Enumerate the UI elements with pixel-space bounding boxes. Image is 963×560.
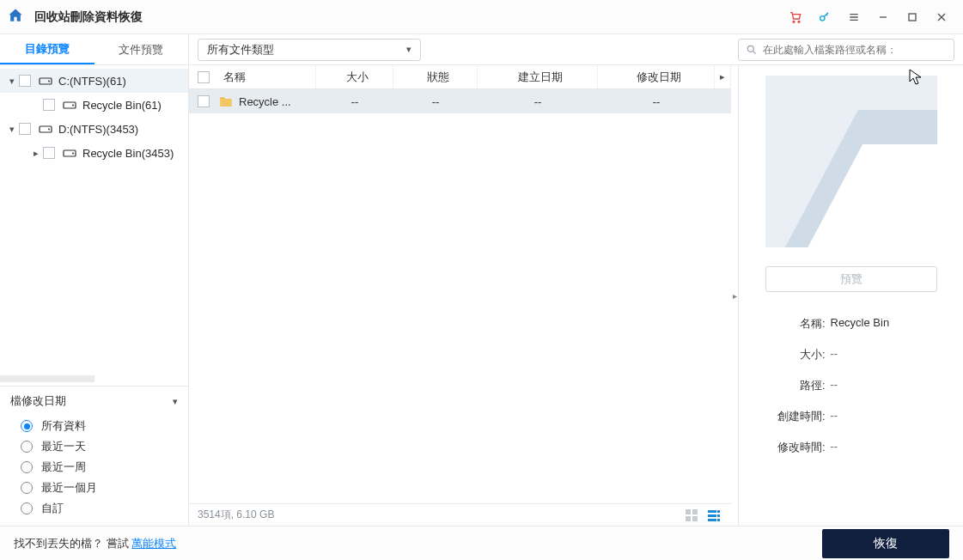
radio-icon <box>21 502 33 514</box>
column-status[interactable]: 狀態 <box>393 65 478 88</box>
filter-option-week[interactable]: 最近一周 <box>21 457 178 478</box>
filetype-select[interactable]: 所有文件類型 ▾ <box>198 39 421 61</box>
drive-icon <box>38 124 53 134</box>
meta-size-value: -- <box>831 347 838 362</box>
meta-modified-label: 修改時間: <box>765 440 826 455</box>
svg-rect-3 <box>909 14 916 21</box>
column-size[interactable]: 大小 <box>316 65 393 88</box>
folder-icon <box>218 94 234 109</box>
preview-thumbnail <box>765 76 937 247</box>
status-bar: 3514項, 6.10 GB <box>189 503 731 526</box>
filter-header[interactable]: 檔修改日期 ▾ <box>0 387 188 416</box>
tree-node-d-drive[interactable]: ▾ D:(NTFS)(3453) <box>0 117 188 141</box>
minimize-icon[interactable] <box>869 0 898 34</box>
tree-label: C:(NTFS)(61) <box>58 75 126 88</box>
svg-point-1 <box>798 21 800 22</box>
column-created[interactable]: 建立日期 <box>478 65 598 88</box>
row-status: -- <box>393 95 478 108</box>
folder-icon <box>62 100 77 110</box>
checkbox[interactable] <box>19 75 31 87</box>
chevron-down-icon: ▾ <box>173 396 178 407</box>
select-all-checkbox[interactable] <box>198 71 210 83</box>
column-more[interactable]: ▸ <box>715 65 731 88</box>
footer: 找不到丟失的檔？ 嘗試 萬能模式 恢復 <box>0 526 963 560</box>
svg-rect-15 <box>686 516 691 521</box>
grid-view-icon[interactable] <box>683 507 700 524</box>
column-name[interactable]: 名稱 <box>218 65 316 88</box>
row-modified: -- <box>598 95 715 108</box>
column-modified[interactable]: 修改日期 <box>598 65 715 88</box>
tab-directory-preview[interactable]: 目錄預覽 <box>0 34 94 64</box>
checkbox[interactable] <box>43 99 55 111</box>
svg-rect-16 <box>692 516 698 521</box>
drive-icon <box>38 76 53 86</box>
preview-button[interactable]: 預覽 <box>765 266 937 292</box>
close-icon[interactable] <box>927 0 956 34</box>
cart-icon[interactable] <box>781 0 810 34</box>
checkbox[interactable] <box>19 123 31 135</box>
radio-icon <box>21 482 33 494</box>
svg-point-2 <box>820 15 825 20</box>
filter-option-custom[interactable]: 自訂 <box>21 498 178 519</box>
tree-node-d-recycle[interactable]: ▸ Recycle Bin(3453) <box>0 141 188 165</box>
meta-name-label: 名稱: <box>765 316 826 332</box>
panel-resize-handle[interactable]: ▸ <box>731 65 738 526</box>
meta-path-label: 路徑: <box>765 378 826 393</box>
status-text: 3514項, 6.10 GB <box>198 508 274 522</box>
tree-label: Recycle Bin(61) <box>82 99 162 112</box>
chevron-down-icon[interactable]: ▾ <box>5 76 19 87</box>
meta-name-value: Recycle Bin <box>831 316 890 332</box>
table-row[interactable]: Recycle ... -- -- -- -- <box>189 89 731 113</box>
svg-rect-20 <box>717 514 720 517</box>
tree-label: Recycle Bin(3453) <box>82 147 174 160</box>
svg-point-5 <box>48 81 50 82</box>
list-view-icon[interactable] <box>705 507 722 524</box>
key-icon[interactable] <box>810 0 839 34</box>
table-header: 名稱 大小 狀態 建立日期 修改日期 ▸ <box>189 65 731 89</box>
radio-icon <box>21 461 33 473</box>
tree-label: D:(NTFS)(3453) <box>58 123 138 136</box>
radio-icon <box>21 441 33 453</box>
row-name: Recycle ... <box>239 95 291 108</box>
filter-panel: 檔修改日期 ▾ 所有資料 最近一天 最近一周 最近一個月 自訂 <box>0 386 188 526</box>
filter-option-all[interactable]: 所有資料 <box>21 416 178 436</box>
svg-rect-18 <box>717 510 720 513</box>
filter-option-day[interactable]: 最近一天 <box>21 436 178 457</box>
deep-scan-link[interactable]: 萬能模式 <box>131 537 176 550</box>
svg-point-0 <box>793 21 795 22</box>
folder-icon <box>62 148 77 158</box>
row-checkbox[interactable] <box>198 95 210 107</box>
search-input[interactable] <box>763 44 947 56</box>
recover-button[interactable]: 恢復 <box>822 529 949 558</box>
meta-size-label: 大小: <box>765 347 826 362</box>
svg-rect-19 <box>708 514 716 517</box>
tab-file-preview[interactable]: 文件預覽 <box>94 34 189 64</box>
svg-point-7 <box>72 105 74 107</box>
svg-rect-21 <box>708 519 716 521</box>
chevron-right-icon[interactable]: ▸ <box>29 148 43 159</box>
radio-icon <box>21 420 33 432</box>
meta-path-value: -- <box>831 378 838 393</box>
chevron-down-icon[interactable]: ▾ <box>5 124 19 135</box>
meta-created-label: 創建時間: <box>765 409 826 424</box>
row-size: -- <box>316 95 393 108</box>
svg-point-9 <box>48 129 50 131</box>
footer-hint: 找不到丟失的檔？ 嘗試 萬能模式 <box>14 536 176 551</box>
tree-node-c-recycle[interactable]: Recycle Bin(61) <box>0 93 188 117</box>
sidebar: 目錄預覽 文件預覽 ▾ C:(NTFS)(61) Recycle Bin(61)… <box>0 34 189 526</box>
maximize-icon[interactable] <box>898 0 927 34</box>
home-icon[interactable] <box>7 7 24 27</box>
tree-node-c-drive[interactable]: ▾ C:(NTFS)(61) <box>0 69 188 93</box>
svg-point-12 <box>747 46 753 52</box>
scrollbar-hint <box>0 375 188 382</box>
meta-modified-value: -- <box>831 440 838 455</box>
checkbox[interactable] <box>43 147 55 159</box>
meta-created-value: -- <box>831 409 838 424</box>
filter-option-month[interactable]: 最近一個月 <box>21 478 178 498</box>
chevron-down-icon: ▾ <box>406 44 411 55</box>
menu-icon[interactable] <box>839 0 869 34</box>
search-box[interactable] <box>738 39 954 61</box>
svg-rect-17 <box>708 510 716 513</box>
window-title: 回收站刪除資料恢復 <box>34 9 143 25</box>
search-icon <box>746 44 758 56</box>
